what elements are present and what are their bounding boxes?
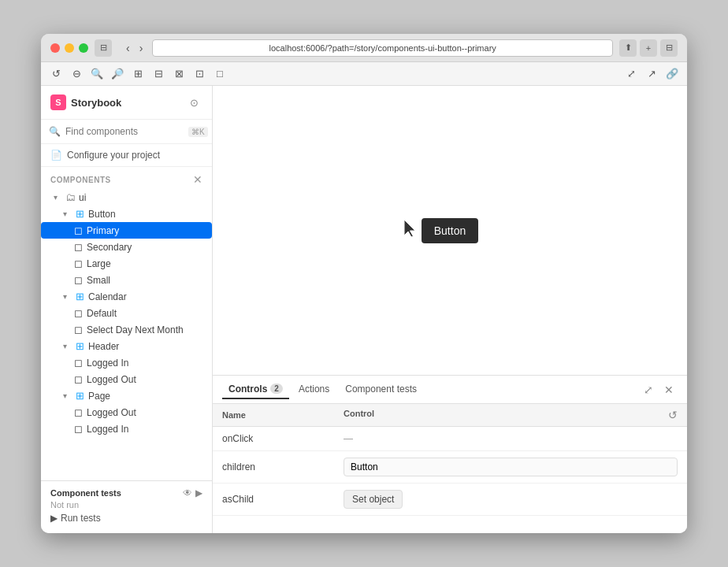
tab-component-tests[interactable]: Component tests — [339, 380, 423, 399]
sidebar-item-header-logged-out[interactable]: ◻ Logged Out — [41, 371, 212, 387]
section-close-button[interactable]: ✕ — [193, 173, 202, 186]
toolbar: ↺ ⊖ 🔍 🔎 ⊞ ⊟ ⊠ ⊡ □ ⤢ ↗ 🔗 — [41, 62, 687, 86]
control-value-aschild: Set object — [334, 484, 687, 516]
browser-window: ⊟ ‹ › localhost:6006/?path=/story/compon… — [41, 34, 687, 533]
sidebar-item-calendar-default[interactable]: ◻ Default — [41, 305, 212, 321]
components-section-label: COMPONENTS — [50, 176, 111, 184]
sidebar-item-calendar[interactable]: ▾ ⊞ Calendar — [41, 288, 212, 305]
preview-demo-button[interactable]: Button — [422, 218, 478, 243]
control-name-aschild: asChild — [213, 484, 334, 516]
new-tab-button[interactable]: + — [640, 39, 657, 57]
chevron-down-icon: ▾ — [63, 391, 71, 400]
grid-2-button[interactable]: ⊟ — [150, 65, 167, 83]
story-icon: ◻ — [72, 241, 84, 253]
component-icon: ⊞ — [74, 390, 85, 402]
sidebar-item-label: Secondary — [87, 242, 132, 253]
zoom-out-button[interactable]: ⊖ — [68, 65, 85, 83]
children-input[interactable] — [344, 458, 678, 476]
story-icon: ◻ — [72, 373, 84, 385]
sidebar-item-select-day[interactable]: ◻ Select Day Next Month — [41, 321, 212, 338]
copy-link-button[interactable]: 🔗 — [663, 65, 681, 83]
component-icon: ⊞ — [74, 291, 85, 302]
close-window-button[interactable] — [50, 43, 60, 53]
chevron-down-icon: ▾ — [54, 193, 61, 202]
controls-tabs: Controls 2 Actions Component tests ⤢ ✕ — [213, 376, 687, 404]
sidebar-item-ui[interactable]: ▾ 🗂 ui — [41, 189, 212, 206]
sidebar-item-small[interactable]: ◻ Small — [41, 272, 212, 288]
story-icon: ◻ — [72, 423, 84, 435]
sidebar-item-page-logged-in[interactable]: ◻ Logged In — [41, 421, 212, 437]
chevron-down-icon: ▾ — [63, 292, 71, 301]
tests-run-button[interactable]: ▶ — [195, 487, 202, 498]
grid-3-button[interactable]: ⊠ — [170, 65, 188, 83]
configure-icon: 📄 — [50, 150, 62, 161]
search-input[interactable] — [65, 126, 184, 137]
component-tests-panel: Component tests 👁 ▶ Not run ▶ Run tests — [41, 480, 212, 533]
reset-all-button[interactable]: ↺ — [668, 409, 678, 421]
maximize-window-button[interactable] — [79, 43, 88, 53]
configure-project-item[interactable]: 📄 Configure your project — [41, 144, 212, 167]
sidebar-item-page-logged-out[interactable]: ◻ Logged Out — [41, 404, 212, 421]
tab-controls[interactable]: Controls 2 — [222, 380, 289, 399]
sidebar-item-page[interactable]: ▾ ⊞ Page — [41, 387, 212, 404]
sidebar-settings-button[interactable]: ⊙ — [185, 94, 202, 111]
sidebar-item-label: Logged Out — [87, 407, 136, 418]
layout-button[interactable]: □ — [211, 65, 228, 83]
run-icon: ▶ — [50, 513, 58, 524]
column-header-name: Name — [213, 404, 334, 427]
fullscreen-button[interactable]: ⤢ — [622, 65, 640, 83]
table-row: asChild Set object — [213, 484, 687, 516]
set-object-button[interactable]: Set object — [344, 490, 403, 509]
folder-icon: 🗂 — [65, 191, 76, 203]
grid-4-button[interactable]: ⊡ — [191, 65, 208, 83]
sidebar-item-button[interactable]: ▾ ⊞ Button — [41, 206, 212, 222]
sidebar-item-label: Logged In — [87, 424, 128, 435]
forward-button[interactable]: › — [136, 40, 147, 56]
external-link-button[interactable]: ↗ — [643, 65, 660, 83]
tests-title: Component tests — [50, 488, 121, 498]
sidebar-item-large[interactable]: ◻ Large — [41, 255, 212, 272]
controls-tab-actions: ⤢ ✕ — [640, 381, 678, 398]
tests-header: Component tests 👁 ▶ — [50, 487, 202, 498]
chevron-down-icon: ▾ — [63, 342, 71, 350]
tests-status: Not run — [50, 500, 202, 510]
grid-1-button[interactable]: ⊞ — [129, 65, 147, 83]
sidebar-item-label: Select Day Next Month — [87, 324, 184, 335]
sidebar-toggle-button[interactable]: ⊟ — [95, 39, 112, 57]
story-icon: ◻ — [72, 274, 84, 286]
run-tests-button[interactable]: ▶ Run tests — [50, 510, 101, 527]
main-content: S Storybook ⊙ 🔍 ⌘K + 📄 Configure your pr… — [41, 86, 687, 533]
sidebar-item-label: Primary — [87, 225, 119, 236]
control-name-children: children — [213, 451, 334, 484]
sidebar-item-primary[interactable]: ◻ Primary — [41, 222, 212, 239]
refresh-button[interactable]: ↺ — [47, 65, 65, 83]
search-bar: 🔍 ⌘K + — [41, 120, 212, 144]
share-button[interactable]: ⬆ — [619, 39, 637, 57]
story-icon: ◻ — [72, 357, 84, 369]
tests-actions: 👁 ▶ — [183, 487, 202, 498]
sidebar-item-header[interactable]: ▾ ⊞ Header — [41, 338, 212, 354]
control-value-onclick: — — [334, 427, 687, 451]
tabs-button[interactable]: ⊟ — [660, 39, 678, 57]
search-shortcut: ⌘K — [188, 127, 208, 137]
zoom-in-button[interactable]: 🔎 — [109, 65, 126, 83]
tab-controls-badge: 2 — [270, 384, 283, 394]
sidebar-item-header-logged-in[interactable]: ◻ Logged In — [41, 354, 212, 371]
right-panel: Button Controls 2 Actions Component test… — [213, 86, 687, 533]
controls-expand-button[interactable]: ⤢ — [640, 381, 657, 398]
sidebar-item-secondary[interactable]: ◻ Secondary — [41, 239, 212, 255]
run-tests-label: Run tests — [61, 513, 101, 524]
zoom-find-button[interactable]: 🔍 — [88, 65, 106, 83]
controls-close-button[interactable]: ✕ — [660, 381, 678, 398]
sidebar-item-label: Button — [88, 209, 116, 220]
cursor-indicator — [403, 218, 422, 243]
address-bar[interactable]: localhost:6006/?path=/story/components-u… — [152, 39, 613, 57]
minimize-window-button[interactable] — [65, 43, 74, 53]
story-icon: ◻ — [72, 324, 84, 335]
search-icon: 🔍 — [49, 126, 61, 137]
chevron-down-icon: ▾ — [63, 209, 71, 218]
tests-view-button[interactable]: 👁 — [183, 487, 192, 498]
tab-actions[interactable]: Actions — [292, 380, 336, 399]
traffic-lights — [50, 43, 88, 53]
back-button[interactable]: ‹ — [123, 40, 133, 56]
